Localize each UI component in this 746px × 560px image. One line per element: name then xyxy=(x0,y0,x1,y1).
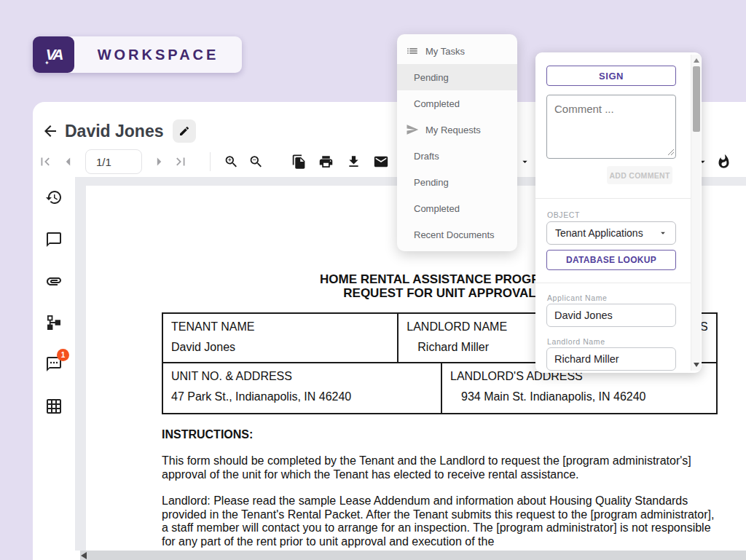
zoom-out-icon xyxy=(248,154,264,170)
landlord-name-input[interactable] xyxy=(546,347,676,371)
arrow-left-icon xyxy=(42,122,59,140)
menu-item-drafts[interactable]: Drafts xyxy=(397,143,517,169)
mail-icon xyxy=(373,154,389,170)
landlord-name-label: Landlord Name xyxy=(547,337,605,346)
brand-name: WORKSPACE xyxy=(74,36,242,73)
menu-item-completed-requests[interactable]: Completed xyxy=(397,195,517,221)
scrollbar-left-arrow[interactable] xyxy=(81,552,87,559)
caret-down-icon xyxy=(658,228,668,238)
comments-button[interactable] xyxy=(45,231,63,248)
toolbar-divider xyxy=(210,152,211,171)
fire-tool-button[interactable] xyxy=(716,154,731,170)
zoom-out-button[interactable] xyxy=(248,154,264,170)
next-icon xyxy=(149,152,168,171)
menu-item-pending[interactable]: Pending xyxy=(397,64,517,90)
unit-address-cell: UNIT NO. & ADDRESS 47 Park St., Indianap… xyxy=(163,363,441,413)
add-comment-button[interactable]: ADD COMMENT xyxy=(607,166,672,184)
database-lookup-button[interactable]: DATABASE LOOKUP xyxy=(546,250,676,270)
sparkle-icon: ✦ xyxy=(44,60,50,66)
scroll-down-arrow[interactable] xyxy=(694,363,699,367)
panel-divider xyxy=(535,283,691,283)
workspace-logo: VA ✦ WORKSPACE xyxy=(33,36,242,73)
download-icon xyxy=(346,154,361,170)
print-button[interactable] xyxy=(318,154,334,170)
unit-address-value: 47 Park St., Indianapolis, IN 46240 xyxy=(171,390,433,403)
menu-item-label: Pending xyxy=(414,177,449,188)
horizontal-scrollbar[interactable] xyxy=(80,551,746,560)
menu-item-pending-requests[interactable]: Pending xyxy=(397,169,517,195)
paperclip-icon xyxy=(45,272,63,290)
history-icon xyxy=(45,189,63,206)
menu-item-completed[interactable]: Completed xyxy=(397,90,517,117)
unit-address-label: UNIT NO. & ADDRESS xyxy=(171,370,433,383)
zoom-in-icon xyxy=(224,154,239,170)
panel-scrollbar[interactable] xyxy=(691,55,701,371)
last-page-button[interactable] xyxy=(173,154,189,170)
object-select[interactable]: Tenant Applications xyxy=(546,221,676,245)
grid-button[interactable] xyxy=(45,398,63,415)
chat-button[interactable]: 1 xyxy=(45,355,63,373)
tenant-name-cell: TENANT NAME David Jones xyxy=(163,314,397,362)
menu-item-my-tasks[interactable]: My Tasks xyxy=(397,38,517,64)
send-icon xyxy=(406,123,419,136)
tenant-name-label: TENANT NAME xyxy=(171,320,389,334)
attachments-button[interactable] xyxy=(45,272,63,290)
print-icon xyxy=(318,154,334,170)
caret-down-icon xyxy=(519,157,530,167)
previous-icon xyxy=(59,152,78,171)
scrollbar-thumb[interactable] xyxy=(693,66,700,132)
object-label: OBJECT xyxy=(547,210,580,219)
edit-title-button[interactable] xyxy=(173,119,196,143)
workflow-icon xyxy=(45,314,63,331)
download-button[interactable] xyxy=(346,154,361,170)
history-button[interactable] xyxy=(45,189,63,206)
menu-item-recent-documents[interactable]: Recent Documents xyxy=(397,221,517,248)
workflow-button[interactable] xyxy=(45,314,63,331)
last-page-icon xyxy=(173,154,189,170)
tasks-menu: My Tasks Pending Completed My Requests D… xyxy=(397,34,517,251)
menu-item-label: Completed xyxy=(414,98,460,109)
instructions-heading: INSTRUCTIONS: xyxy=(162,428,718,441)
actions-panel: SIGN ADD COMMENT OBJECT Tenant Applicati… xyxy=(535,52,702,373)
zoom-in-button[interactable] xyxy=(224,154,239,170)
scroll-up-arrow[interactable] xyxy=(694,58,699,63)
menu-item-label: Recent Documents xyxy=(414,229,495,240)
back-button[interactable] xyxy=(40,121,60,141)
panel-divider xyxy=(535,198,691,199)
instructions-paragraph-2: Landlord: Please read the sample Lease A… xyxy=(162,494,718,548)
sign-button[interactable]: SIGN xyxy=(546,66,676,86)
applicant-name-input[interactable] xyxy=(546,304,676,327)
comment-bubble-icon xyxy=(45,231,63,248)
annotation-sidebar: 1 xyxy=(33,177,75,560)
object-selected-value: Tenant Applications xyxy=(555,227,643,239)
page-number-input[interactable] xyxy=(85,149,142,174)
first-page-icon xyxy=(37,154,53,170)
previous-page-button[interactable] xyxy=(59,152,78,171)
first-page-button[interactable] xyxy=(37,154,53,170)
landlord-address-value: 934 Main St. Indianapolis, IN 46240 xyxy=(461,390,708,403)
page-title: David Jones xyxy=(65,122,164,141)
mail-button[interactable] xyxy=(373,154,389,170)
menu-item-label: My Requests xyxy=(425,125,481,135)
copy-button[interactable] xyxy=(291,154,307,170)
menu-item-label: Pending xyxy=(414,72,449,83)
menu-item-label: Drafts xyxy=(414,151,439,162)
list-icon xyxy=(406,44,419,58)
tenant-name-value: David Jones xyxy=(171,341,389,354)
menu-item-my-requests[interactable]: My Requests xyxy=(397,117,517,143)
flame-icon xyxy=(716,154,731,170)
pencil-icon xyxy=(178,125,190,137)
chat-notification-badge: 1 xyxy=(57,349,69,361)
more-tools-dropdown[interactable] xyxy=(519,157,530,167)
instructions-paragraph-1: This form should be completed by the Ten… xyxy=(162,454,718,481)
applicant-name-label: Applicant Name xyxy=(547,293,608,302)
grid-icon xyxy=(45,398,63,415)
comment-textarea[interactable] xyxy=(546,95,676,159)
brand-mark: VA ✦ xyxy=(33,36,74,73)
document-header: David Jones xyxy=(40,118,196,144)
next-page-button[interactable] xyxy=(149,152,168,171)
copy-icon xyxy=(291,154,307,170)
menu-item-label: My Tasks xyxy=(425,46,465,57)
menu-item-label: Completed xyxy=(414,203,460,214)
